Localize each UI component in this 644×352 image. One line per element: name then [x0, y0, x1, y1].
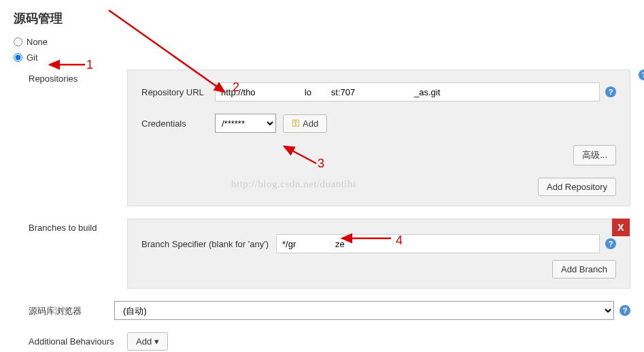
scm-none-label: None — [27, 37, 48, 47]
scm-none-row[interactable]: None — [14, 37, 630, 47]
branch-specifier-input[interactable] — [276, 234, 600, 253]
scm-git-radio[interactable] — [14, 53, 22, 62]
section-title: 源码管理 — [14, 10, 630, 27]
scm-git-row[interactable]: Git — [14, 52, 630, 63]
help-icon[interactable]: ? — [639, 69, 644, 80]
repo-browser-select[interactable]: (自动) — [114, 301, 614, 320]
repositories-label: Repositories — [29, 69, 127, 84]
additional-label: Additional Behaviours — [29, 332, 127, 347]
delete-branch-button[interactable]: X — [612, 219, 630, 236]
scm-none-radio[interactable] — [14, 37, 22, 46]
help-icon[interactable]: ? — [620, 305, 630, 316]
branches-label: Branches to build — [29, 219, 127, 233]
add-repository-button[interactable]: Add Repository — [538, 178, 616, 196]
help-icon[interactable]: ? — [605, 86, 616, 97]
branch-specifier-label: Branch Specifier (blank for 'any') — [141, 239, 276, 249]
credentials-select[interactable]: /****** — [215, 114, 276, 133]
credentials-label: Credentials — [141, 118, 215, 129]
key-icon: ⚿ — [292, 118, 300, 128]
branches-box: X Branch Specifier (blank for 'any') ? A… — [127, 219, 630, 289]
repo-url-label: Repository URL — [141, 87, 215, 97]
add-credentials-button[interactable]: ⚿ Add — [283, 114, 327, 133]
scm-git-label: Git — [27, 52, 38, 63]
repo-url-input[interactable] — [215, 82, 600, 101]
repositories-box: Repository URL ? Credentials /****** ⚿ A… — [127, 69, 630, 206]
add-behaviour-label: Add — [136, 336, 152, 347]
add-credentials-label: Add — [303, 118, 318, 129]
repo-browser-label: 源码库浏览器 — [29, 301, 114, 317]
add-behaviour-button[interactable]: Add ▾ — [127, 332, 168, 351]
advanced-button[interactable]: 高级... — [573, 145, 616, 165]
add-branch-button[interactable]: Add Branch — [552, 260, 616, 278]
chevron-down-icon: ▾ — [154, 336, 159, 347]
help-icon[interactable]: ? — [605, 238, 616, 249]
